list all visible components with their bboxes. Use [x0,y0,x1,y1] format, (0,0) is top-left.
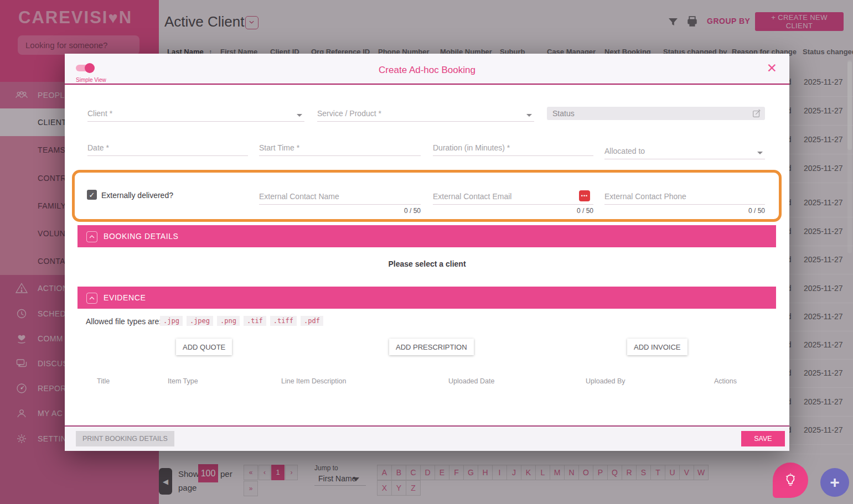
add-prescription-button[interactable]: ADD PRESCRIPTION [389,339,474,355]
column-title: Title [97,377,110,385]
duration-input[interactable]: Duration (in Minutes) * [433,141,593,156]
allowed-file-types-label: Allowed file types are: [86,317,161,326]
email-char-counter: 0 / 50 [433,207,593,215]
print-booking-details-button[interactable]: PRINT BOOKING DETAILS [76,431,174,446]
modal-header: Simple View Create Ad-hoc Booking ✕ [65,54,789,85]
booking-details-section-header[interactable]: BOOKING DETAILS [77,225,776,247]
lightbulb-icon [783,472,798,488]
section-title: BOOKING DETAILS [104,232,179,241]
email-validation-icon: ••• [579,190,590,201]
file-type-chip: .jpg [160,316,183,326]
column-uploaded-date: Uploaded Date [448,377,494,385]
section-title: EVIDENCE [104,293,146,302]
app-root: CAREVISI♥N PEOPLE CLIENT TEAMS CONTR FAM… [0,0,853,504]
close-icon[interactable]: ✕ [767,62,777,75]
start-time-input[interactable]: Start Time * [259,141,421,156]
create-adhoc-booking-modal: Simple View Create Ad-hoc Booking ✕ Clie… [65,54,789,451]
column-line-item-description: Line Item Description [281,377,346,385]
start-time-label: Start Time * [259,143,299,152]
save-button[interactable]: SAVE [741,431,785,446]
client-label: Client * [87,109,112,118]
chevron-down-icon [757,152,763,154]
external-contact-email-label: External Contact Email [433,192,511,201]
file-type-chip: .tiff [270,316,297,326]
file-type-chip: .pdf [301,316,323,326]
chevron-up-icon [86,231,97,242]
external-contact-phone-label: External Contact Phone [604,192,686,201]
status-field[interactable]: Status [547,107,765,120]
externally-delivered-checkbox[interactable]: ✓ [87,190,97,200]
simple-view-label: Simple View [76,77,106,83]
status-label: Status [552,109,575,118]
file-type-chip: .jpeg [187,316,213,326]
check-icon: ✓ [89,191,95,199]
edit-pencil-icon[interactable] [752,108,762,118]
service-label: Service / Product * [317,109,381,118]
empty-state-message: Please select a client [65,259,789,268]
file-type-chips: .jpg .jpeg .png .tif .tiff .pdf [160,316,323,326]
externally-delivered-label: Externally delivered? [101,191,173,200]
phone-char-counter: 0 / 50 [604,207,765,215]
date-input[interactable]: Date * [87,141,248,156]
chevron-up-icon [86,293,97,304]
file-type-chip: .tif [244,316,266,326]
name-char-counter: 0 / 50 [259,207,421,215]
chevron-down-icon [297,114,302,117]
ellipsis-dots: ••• [581,193,588,199]
chevron-down-icon [526,114,532,117]
external-contact-email-input[interactable]: External Contact Email [433,190,593,205]
allocated-to-label: Allocated to [604,147,645,155]
column-actions: Actions [714,377,737,385]
column-item-type: Item Type [168,377,198,385]
duration-label: Duration (in Minutes) * [433,143,510,152]
external-contact-phone-input[interactable]: External Contact Phone [604,190,765,205]
external-contact-name-input[interactable]: External Contact Name [259,190,421,205]
add-invoice-button[interactable]: ADD INVOICE [627,339,687,355]
file-type-chip: .png [217,316,240,326]
modal-title: Create Ad-hoc Booking [65,65,789,76]
add-quote-button[interactable]: ADD QUOTE [176,339,232,355]
help-lightbulb-fab[interactable] [773,463,808,498]
add-fab[interactable]: + [820,468,849,497]
modal-footer: PRINT BOOKING DETAILS SAVE [65,425,789,451]
column-uploaded-by: Uploaded By [586,377,625,385]
date-label: Date * [87,143,109,152]
evidence-section-header[interactable]: EVIDENCE [77,287,776,309]
external-contact-name-label: External Contact Name [259,192,339,201]
service-product-select[interactable]: Service / Product * [317,107,534,122]
allocated-to-select[interactable]: Allocated to [604,144,765,159]
plus-icon: + [830,473,840,492]
client-select[interactable]: Client * [87,107,304,122]
